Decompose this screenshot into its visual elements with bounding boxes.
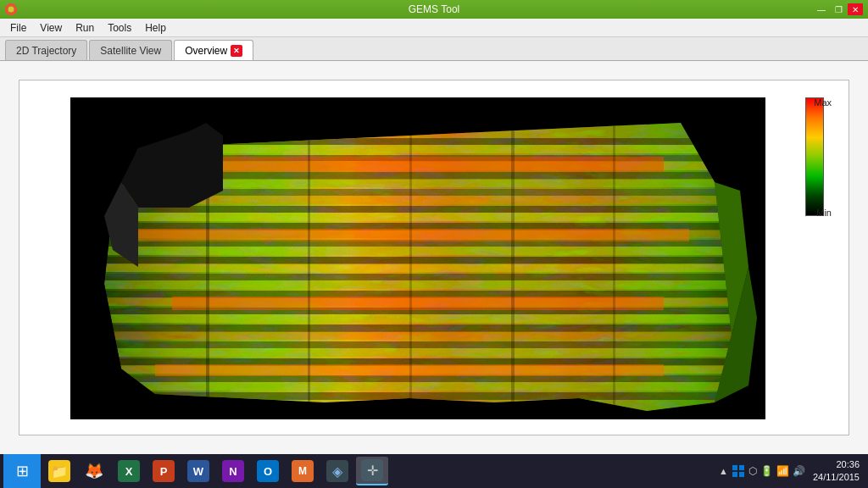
taskbar: ⊞ 📁 🦊 X P W N O M ◈ ✛ ▲ ⬡ 🔋 [0, 454, 868, 488]
tray-arrow[interactable]: ▲ [719, 466, 728, 476]
app-icon [5, 3, 17, 15]
svg-rect-54 [732, 472, 737, 477]
svg-rect-43 [308, 123, 310, 411]
title-bar: GEMS Tool — ❐ ✕ [0, 0, 868, 19]
svg-rect-46 [613, 123, 615, 411]
svg-rect-45 [511, 123, 515, 411]
map-container: Max Min [19, 80, 849, 435]
taskbar-powerpoint[interactable]: P [147, 457, 180, 485]
svg-rect-55 [739, 472, 744, 477]
maximize-button[interactable]: ❐ [831, 3, 846, 15]
menu-file[interactable]: File [3, 20, 33, 36]
taskbar-file-explorer[interactable]: 📁 [43, 457, 75, 485]
taskbar-firefox[interactable]: 🦊 [78, 457, 110, 485]
window-controls: — ❐ ✕ [814, 3, 863, 15]
tab-close-button[interactable]: ✕ [231, 45, 242, 57]
clock-date: 24/11/2015 [813, 471, 860, 484]
taskbar-app2-active[interactable]: ✛ [356, 457, 388, 485]
color-legend: Max Min [798, 97, 832, 233]
menu-run[interactable]: Run [69, 20, 101, 36]
tray-dropbox[interactable]: ⬡ [748, 465, 757, 477]
minimize-button[interactable]: — [814, 3, 829, 15]
svg-rect-53 [739, 465, 744, 470]
taskbar-app1[interactable]: ◈ [321, 457, 353, 485]
tab-satellite-label: Satellite View [100, 45, 161, 57]
color-scale-bar [805, 97, 824, 216]
tab-overview-label: Overview [185, 45, 227, 57]
tab-2d-label: 2D Trajectory [16, 45, 76, 57]
svg-point-0 [8, 6, 14, 13]
main-content: Max Min [0, 61, 868, 454]
taskbar-onenote[interactable]: N [217, 457, 249, 485]
taskbar-matlab[interactable]: M [287, 457, 319, 485]
heatmap-visualization [70, 97, 765, 419]
legend-max-label: Max [814, 97, 832, 108]
tray-volume[interactable]: 🔊 [793, 465, 805, 477]
menu-help[interactable]: Help [138, 20, 173, 36]
tab-satellite-view[interactable]: Satellite View [89, 40, 172, 60]
tray-battery[interactable]: 🔋 [760, 465, 773, 477]
menu-bar: File View Run Tools Help [0, 19, 868, 37]
tab-2d-trajectory[interactable]: 2D Trajectory [5, 40, 87, 60]
menu-view[interactable]: View [33, 20, 69, 36]
window-title: GEMS Tool [409, 3, 459, 15]
tab-overview[interactable]: Overview ✕ [174, 40, 253, 60]
taskbar-excel[interactable]: X [113, 457, 145, 485]
legend-min-label: Min [816, 208, 832, 218]
svg-rect-39 [138, 229, 689, 241]
close-button[interactable]: ✕ [848, 3, 863, 15]
svg-rect-52 [732, 465, 737, 470]
taskbar-outlook[interactable]: O [252, 457, 284, 485]
taskbar-word[interactable]: W [182, 457, 214, 485]
tab-bar: 2D Trajectory Satellite View Overview ✕ [0, 37, 868, 61]
system-tray: ▲ ⬡ 🔋 📶 🔊 [714, 464, 810, 478]
menu-tools[interactable]: Tools [101, 20, 138, 36]
start-button[interactable]: ⊞ [3, 454, 41, 488]
svg-rect-40 [172, 297, 664, 310]
windows-flag-icon [732, 464, 745, 478]
taskbar-clock[interactable]: 20:36 24/11/2015 [813, 458, 865, 485]
tray-network[interactable]: 📶 [776, 465, 789, 477]
clock-time: 20:36 [813, 458, 860, 471]
svg-rect-44 [409, 123, 412, 411]
